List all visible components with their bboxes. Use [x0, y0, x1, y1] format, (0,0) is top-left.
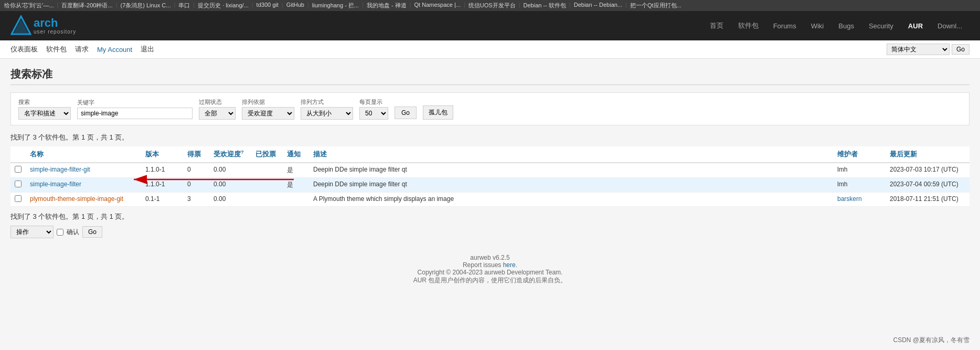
bulk-go-button[interactable]: Go — [82, 226, 102, 238]
expire-select[interactable]: 全部 未过期 已过期 — [199, 107, 236, 120]
page-title: 搜索标准 — [10, 67, 970, 85]
search-form: 搜索 名字和描述 名字 描述 维护者 提交者 关键字 过期状态 全部 未过期 已… — [10, 92, 970, 125]
page-footer: aurweb v6.2.5 Report issues here. Copyri… — [10, 238, 970, 295]
package-link-1[interactable]: simple-image-filter-git — [30, 166, 90, 173]
row-name-3: plymouth-theme-simple-image-git — [26, 193, 141, 207]
col-header-maintainer: 维护者 — [833, 146, 886, 163]
row-desc-2: Deepin DDe simple image filter qt — [309, 178, 833, 193]
tab-2[interactable]: 百度翻译-200种语... — [61, 2, 112, 9]
subnav-packages[interactable]: 软件包 — [46, 45, 67, 54]
subnav-logout[interactable]: 退出 — [141, 45, 154, 54]
row-name-2: simple-image-filter — [26, 178, 141, 193]
footer-report-link[interactable]: here — [503, 261, 516, 269]
package-link-2[interactable]: simple-image-filter — [30, 181, 81, 188]
row-version-2: 1.1.0-1 — [141, 178, 183, 193]
tab-9[interactable]: 我的地盘 - 禅道 — [367, 2, 407, 9]
language-select[interactable]: 简体中文 English 繁體中文 — [887, 44, 950, 55]
row-checkbox-3 — [10, 193, 26, 207]
tab-11[interactable]: 统信UOS开发平台 — [468, 2, 516, 9]
tab-4[interactable]: 串口 — [178, 2, 190, 9]
expire-label: 过期状态 — [199, 98, 236, 106]
row-updated-3: 2018-07-11 21:51 (UTC) — [886, 193, 970, 207]
main-nav: 首页 软件包 Forums Wiki Bugs Security AUR Dow… — [702, 11, 970, 40]
main-content: 搜索标准 搜索 名字和描述 名字 描述 维护者 提交者 关键字 过期状态 全部 … — [0, 59, 980, 321]
col-header-popularity[interactable]: 受欢迎度? — [209, 146, 251, 163]
row-voted-3 — [251, 193, 283, 207]
arch-logo-icon — [10, 15, 31, 36]
tab-10[interactable]: Qt Namespace |... — [414, 2, 461, 9]
search-go-button[interactable]: Go — [395, 107, 417, 119]
subnav-dashboard[interactable]: 仪表面板 — [10, 45, 38, 54]
row-popularity-2: 0.00 — [209, 178, 251, 193]
nav-wiki[interactable]: Wiki — [804, 11, 832, 40]
row-popularity-1: 0.00 — [209, 163, 251, 178]
col-header-name[interactable]: 名称 — [26, 146, 141, 163]
row-votes-3: 3 — [183, 193, 209, 207]
sort-field-group: 排列依据 受欢迎度 名字 版本 投票 维护者 — [242, 98, 294, 120]
col-header-votes[interactable]: 得票 — [183, 146, 209, 163]
row-check-2[interactable] — [15, 181, 22, 187]
subnav-my-account[interactable]: My Account — [97, 46, 132, 54]
per-page-select[interactable]: 50 25 100 250 — [359, 107, 388, 120]
row-desc-3: A Plymouth theme which simply displays a… — [309, 193, 833, 207]
tab-6[interactable]: td300 git — [257, 2, 279, 9]
bulk-action-select[interactable]: 操作 通知 取消通知 投票 取消投票 — [10, 226, 54, 238]
orphan-button[interactable]: 孤儿包 — [423, 105, 453, 120]
nav-home[interactable]: 首页 — [702, 11, 731, 40]
tab-1[interactable]: 给你从'芯'到'云'—... — [4, 2, 54, 9]
site-logo[interactable]: arch user repository — [10, 15, 76, 36]
nav-forums[interactable]: Forums — [766, 11, 804, 40]
table-row: plymouth-theme-simple-image-git 0.1-1 3 … — [10, 193, 970, 207]
nav-aur[interactable]: AUR — [901, 11, 930, 40]
row-name-1: simple-image-filter-git — [26, 163, 141, 178]
nav-bugs[interactable]: Bugs — [831, 11, 861, 40]
footer-report-text: Report issues — [463, 261, 503, 269]
tab-7[interactable]: GitHub — [286, 2, 304, 9]
row-checkbox-1 — [10, 163, 26, 178]
nav-packages[interactable]: 软件包 — [731, 11, 766, 40]
row-check-3[interactable] — [15, 195, 22, 202]
tab-8[interactable]: liuminghang - 拦... — [312, 2, 359, 9]
row-maintainer-3: barskern — [833, 193, 886, 207]
row-check-1[interactable] — [15, 166, 22, 173]
browser-tab-bar: 给你从'芯'到'云'—... | 百度翻译-200种语... | (7条消息) … — [0, 0, 980, 11]
results-table: 名称 版本 得票 受欢迎度? 已投票 通知 描述 维护者 最后更新 simple… — [10, 146, 970, 207]
row-desc-1: Deepin DDe simple image filter qt — [309, 163, 833, 178]
sort-order-select[interactable]: 从大到小 从小到大 — [301, 107, 353, 120]
subnav-requests[interactable]: 请求 — [75, 45, 89, 54]
sort-field-select[interactable]: 受欢迎度 名字 版本 投票 维护者 — [242, 107, 294, 120]
footer-version: aurweb v6.2.5 — [21, 254, 959, 261]
maintainer-link-3[interactable]: barskern — [837, 195, 862, 203]
package-link-3[interactable]: plymouth-theme-simple-image-git — [30, 195, 123, 203]
per-page-group: 每页显示 50 25 100 250 — [359, 98, 388, 120]
row-version-1: 1.1.0-1 — [141, 163, 183, 178]
bulk-confirm-label: 确认 — [67, 228, 79, 237]
footer-report: Report issues here. — [21, 261, 959, 269]
table-row: simple-image-filter 1.1.0-1 0 0.00 是 Dee… — [10, 178, 970, 193]
nav-download[interactable]: Downl... — [930, 11, 970, 40]
tab-3[interactable]: (7条消息) Linux C... — [120, 2, 171, 9]
row-notify-3 — [283, 193, 309, 207]
keyword-label: 关键字 — [77, 99, 193, 107]
search-field-select[interactable]: 名字和描述 名字 描述 维护者 提交者 — [18, 107, 71, 120]
tab-13[interactable]: Debian -- Debian... — [574, 2, 622, 9]
results-table-wrapper: 名称 版本 得票 受欢迎度? 已投票 通知 描述 维护者 最后更新 simple… — [10, 146, 970, 207]
row-notify-2: 是 — [283, 178, 309, 193]
row-updated-2: 2023-07-04 00:59 (UTC) — [886, 178, 970, 193]
language-go-button[interactable]: Go — [952, 44, 970, 55]
row-votes-2: 0 — [183, 178, 209, 193]
tab-12[interactable]: Debian -- 软件包 — [524, 2, 566, 9]
row-checkbox-2 — [10, 178, 26, 193]
nav-security[interactable]: Security — [861, 11, 901, 40]
expire-group: 过期状态 全部 未过期 已过期 — [199, 98, 236, 120]
results-summary-top: 找到了 3 个软件包。第 1 页，共 1 页。 — [10, 133, 970, 142]
sort-field-label: 排列依据 — [242, 98, 294, 106]
site-header: arch user repository 首页 软件包 Forums Wiki … — [0, 11, 980, 40]
tab-5[interactable]: 提交历史 · lixiang/... — [198, 2, 249, 9]
row-voted-2 — [251, 178, 283, 193]
arch-brand-sub: user repository — [34, 29, 76, 35]
bottom-actions-bar: 操作 通知 取消通知 投票 取消投票 确认 Go — [10, 226, 970, 238]
tab-14[interactable]: 把一个Qt应用打包... — [630, 2, 681, 9]
keyword-input[interactable] — [77, 108, 193, 119]
bulk-confirm-checkbox[interactable] — [57, 229, 63, 236]
